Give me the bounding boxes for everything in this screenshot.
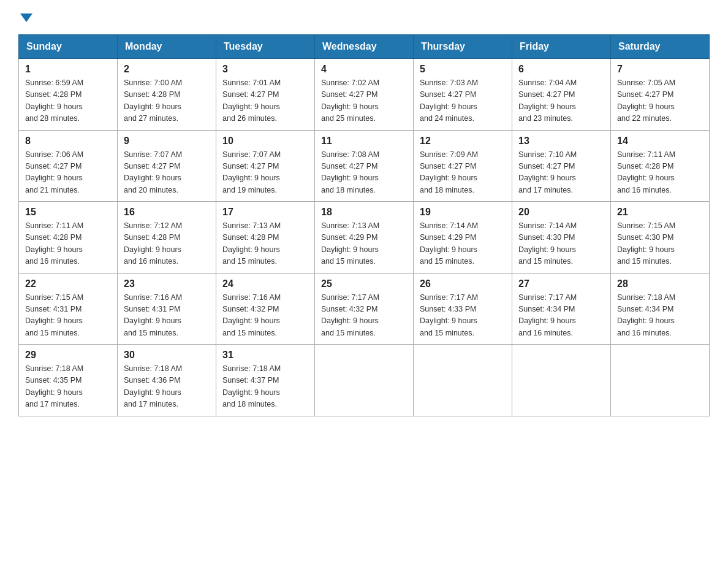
calendar-table: SundayMondayTuesdayWednesdayThursdayFrid…	[18, 34, 710, 416]
day-info: Sunrise: 7:08 AMSunset: 4:27 PMDaylight:…	[321, 149, 407, 197]
calendar-cell: 21Sunrise: 7:15 AMSunset: 4:30 PMDayligh…	[611, 202, 710, 274]
calendar-cell: 31Sunrise: 7:18 AMSunset: 4:37 PMDayligh…	[216, 345, 315, 416]
day-number: 27	[518, 278, 604, 289]
day-number: 23	[124, 278, 210, 289]
day-info: Sunrise: 7:18 AMSunset: 4:35 PMDaylight:…	[25, 363, 111, 411]
calendar-cell: 8Sunrise: 7:06 AMSunset: 4:27 PMDaylight…	[19, 130, 118, 202]
logo	[18, 12, 32, 22]
day-info: Sunrise: 7:13 AMSunset: 4:29 PMDaylight:…	[321, 220, 407, 268]
day-info: Sunrise: 7:01 AMSunset: 4:27 PMDaylight:…	[222, 77, 308, 125]
logo-text	[18, 12, 32, 22]
calendar-cell	[414, 345, 512, 416]
day-number: 21	[617, 207, 703, 218]
calendar-cell: 23Sunrise: 7:16 AMSunset: 4:31 PMDayligh…	[118, 273, 216, 345]
day-number: 20	[518, 207, 604, 218]
calendar-cell: 16Sunrise: 7:12 AMSunset: 4:28 PMDayligh…	[118, 202, 216, 274]
calendar-cell: 19Sunrise: 7:14 AMSunset: 4:29 PMDayligh…	[414, 202, 512, 274]
calendar-week-row: 22Sunrise: 7:15 AMSunset: 4:31 PMDayligh…	[19, 273, 710, 345]
page-header	[18, 12, 710, 22]
calendar-cell: 6Sunrise: 7:04 AMSunset: 4:27 PMDaylight…	[512, 59, 611, 131]
day-info: Sunrise: 7:07 AMSunset: 4:27 PMDaylight:…	[222, 149, 308, 197]
calendar-week-row: 1Sunrise: 6:59 AMSunset: 4:28 PMDaylight…	[19, 59, 710, 131]
day-info: Sunrise: 7:10 AMSunset: 4:27 PMDaylight:…	[518, 149, 604, 197]
day-info: Sunrise: 7:05 AMSunset: 4:27 PMDaylight:…	[617, 77, 703, 125]
calendar-header-row: SundayMondayTuesdayWednesdayThursdayFrid…	[19, 35, 710, 59]
day-number: 1	[25, 64, 111, 75]
day-info: Sunrise: 7:06 AMSunset: 4:27 PMDaylight:…	[25, 149, 111, 197]
day-info: Sunrise: 7:18 AMSunset: 4:34 PMDaylight:…	[617, 292, 703, 340]
day-number: 9	[124, 136, 210, 147]
calendar-cell: 24Sunrise: 7:16 AMSunset: 4:32 PMDayligh…	[216, 273, 315, 345]
calendar-cell: 2Sunrise: 7:00 AMSunset: 4:28 PMDaylight…	[118, 59, 216, 131]
calendar-week-row: 29Sunrise: 7:18 AMSunset: 4:35 PMDayligh…	[19, 345, 710, 416]
calendar-cell: 14Sunrise: 7:11 AMSunset: 4:28 PMDayligh…	[611, 130, 710, 202]
day-info: Sunrise: 7:15 AMSunset: 4:30 PMDaylight:…	[617, 220, 703, 268]
day-number: 16	[124, 207, 210, 218]
calendar-cell: 26Sunrise: 7:17 AMSunset: 4:33 PMDayligh…	[414, 273, 512, 345]
day-info: Sunrise: 7:15 AMSunset: 4:31 PMDaylight:…	[25, 292, 111, 340]
day-number: 30	[124, 350, 210, 361]
day-info: Sunrise: 7:17 AMSunset: 4:33 PMDaylight:…	[420, 292, 506, 340]
weekday-header-thursday: Thursday	[414, 35, 512, 59]
day-number: 7	[617, 64, 703, 75]
day-info: Sunrise: 7:17 AMSunset: 4:32 PMDaylight:…	[321, 292, 407, 340]
day-number: 29	[25, 350, 111, 361]
calendar-cell: 18Sunrise: 7:13 AMSunset: 4:29 PMDayligh…	[315, 202, 414, 274]
calendar-cell: 11Sunrise: 7:08 AMSunset: 4:27 PMDayligh…	[315, 130, 414, 202]
day-number: 3	[222, 64, 308, 75]
calendar-cell: 29Sunrise: 7:18 AMSunset: 4:35 PMDayligh…	[19, 345, 118, 416]
day-number: 6	[518, 64, 604, 75]
calendar-cell: 12Sunrise: 7:09 AMSunset: 4:27 PMDayligh…	[414, 130, 512, 202]
day-number: 12	[420, 136, 506, 147]
day-number: 11	[321, 136, 407, 147]
calendar-cell: 1Sunrise: 6:59 AMSunset: 4:28 PMDaylight…	[19, 59, 118, 131]
day-info: Sunrise: 7:09 AMSunset: 4:27 PMDaylight:…	[420, 149, 506, 197]
weekday-header-wednesday: Wednesday	[315, 35, 414, 59]
weekday-header-monday: Monday	[118, 35, 216, 59]
calendar-cell	[315, 345, 414, 416]
calendar-week-row: 15Sunrise: 7:11 AMSunset: 4:28 PMDayligh…	[19, 202, 710, 274]
day-number: 25	[321, 278, 407, 289]
day-number: 4	[321, 64, 407, 75]
calendar-cell: 30Sunrise: 7:18 AMSunset: 4:36 PMDayligh…	[118, 345, 216, 416]
day-number: 15	[25, 207, 111, 218]
day-info: Sunrise: 7:04 AMSunset: 4:27 PMDaylight:…	[518, 77, 604, 125]
calendar-cell: 20Sunrise: 7:14 AMSunset: 4:30 PMDayligh…	[512, 202, 611, 274]
logo-arrow-icon	[20, 13, 32, 22]
calendar-cell: 15Sunrise: 7:11 AMSunset: 4:28 PMDayligh…	[19, 202, 118, 274]
calendar-cell: 22Sunrise: 7:15 AMSunset: 4:31 PMDayligh…	[19, 273, 118, 345]
day-number: 22	[25, 278, 111, 289]
day-info: Sunrise: 7:02 AMSunset: 4:27 PMDaylight:…	[321, 77, 407, 125]
calendar-cell: 28Sunrise: 7:18 AMSunset: 4:34 PMDayligh…	[611, 273, 710, 345]
day-number: 8	[25, 136, 111, 147]
weekday-header-tuesday: Tuesday	[216, 35, 315, 59]
calendar-week-row: 8Sunrise: 7:06 AMSunset: 4:27 PMDaylight…	[19, 130, 710, 202]
day-number: 19	[420, 207, 506, 218]
day-number: 31	[222, 350, 308, 361]
calendar-cell: 17Sunrise: 7:13 AMSunset: 4:28 PMDayligh…	[216, 202, 315, 274]
weekday-header-saturday: Saturday	[611, 35, 710, 59]
day-number: 5	[420, 64, 506, 75]
calendar-cell: 9Sunrise: 7:07 AMSunset: 4:27 PMDaylight…	[118, 130, 216, 202]
day-info: Sunrise: 7:03 AMSunset: 4:27 PMDaylight:…	[420, 77, 506, 125]
day-info: Sunrise: 7:12 AMSunset: 4:28 PMDaylight:…	[124, 220, 210, 268]
day-info: Sunrise: 7:16 AMSunset: 4:32 PMDaylight:…	[222, 292, 308, 340]
day-info: Sunrise: 7:14 AMSunset: 4:30 PMDaylight:…	[518, 220, 604, 268]
weekday-header-sunday: Sunday	[19, 35, 118, 59]
calendar-cell: 5Sunrise: 7:03 AMSunset: 4:27 PMDaylight…	[414, 59, 512, 131]
calendar-cell: 13Sunrise: 7:10 AMSunset: 4:27 PMDayligh…	[512, 130, 611, 202]
day-info: Sunrise: 7:11 AMSunset: 4:28 PMDaylight:…	[25, 220, 111, 268]
day-info: Sunrise: 7:18 AMSunset: 4:36 PMDaylight:…	[124, 363, 210, 411]
calendar-cell: 10Sunrise: 7:07 AMSunset: 4:27 PMDayligh…	[216, 130, 315, 202]
day-number: 18	[321, 207, 407, 218]
day-number: 28	[617, 278, 703, 289]
day-number: 14	[617, 136, 703, 147]
day-info: Sunrise: 6:59 AMSunset: 4:28 PMDaylight:…	[25, 77, 111, 125]
day-info: Sunrise: 7:16 AMSunset: 4:31 PMDaylight:…	[124, 292, 210, 340]
day-number: 10	[222, 136, 308, 147]
calendar-cell	[611, 345, 710, 416]
day-number: 2	[124, 64, 210, 75]
calendar-cell: 4Sunrise: 7:02 AMSunset: 4:27 PMDaylight…	[315, 59, 414, 131]
day-info: Sunrise: 7:13 AMSunset: 4:28 PMDaylight:…	[222, 220, 308, 268]
calendar-cell: 27Sunrise: 7:17 AMSunset: 4:34 PMDayligh…	[512, 273, 611, 345]
